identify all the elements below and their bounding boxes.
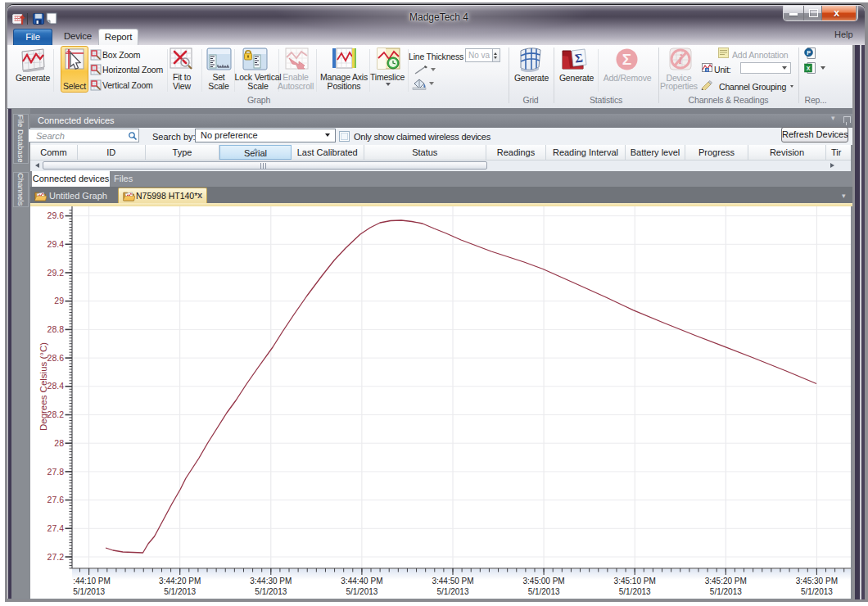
svg-text:5/1/2013: 5/1/2013: [346, 587, 377, 596]
svg-text:28.8: 28.8: [47, 324, 65, 334]
svg-text:5/1/2013: 5/1/2013: [619, 587, 651, 596]
svg-text:5/1/2013: 5/1/2013: [255, 587, 287, 596]
svg-text:5/1/2013: 5/1/2013: [528, 587, 560, 596]
svg-text:5/1/2013: 5/1/2013: [710, 587, 742, 596]
svg-text:3:44:50 PM: 3:44:50 PM: [432, 577, 473, 586]
svg-text:3:44:30 PM: 3:44:30 PM: [250, 577, 292, 586]
svg-text:27.6: 27.6: [47, 495, 65, 504]
svg-text:X: X: [807, 66, 811, 71]
svg-text:x: x: [706, 67, 708, 72]
svg-text:P: P: [807, 50, 811, 56]
svg-text:3:45:10 PM: 3:45:10 PM: [614, 577, 656, 586]
svg-text:3:44:40 PM: 3:44:40 PM: [341, 577, 382, 586]
svg-text:3:45:00 PM: 3:45:00 PM: [523, 577, 565, 586]
svg-text:29: 29: [54, 296, 64, 305]
svg-text:i: i: [679, 52, 683, 66]
svg-text:5/1/2013: 5/1/2013: [73, 587, 105, 596]
svg-text:28.4: 28.4: [47, 381, 65, 391]
svg-text:5/1/2013: 5/1/2013: [164, 587, 196, 596]
svg-text:27.2: 27.2: [47, 552, 65, 562]
svg-text:5/1/2013: 5/1/2013: [437, 587, 469, 596]
svg-text:3:45:20 PM: 3:45:20 PM: [705, 577, 747, 586]
svg-text:3:44:20 PM: 3:44:20 PM: [159, 577, 201, 586]
svg-text:29.4: 29.4: [47, 239, 65, 249]
svg-text:5/1/2013: 5/1/2013: [801, 587, 833, 596]
svg-text:Σ: Σ: [574, 52, 584, 66]
svg-text:29.6: 29.6: [47, 210, 65, 220]
svg-text:3:45:30 PM: 3:45:30 PM: [796, 577, 838, 586]
svg-text:28: 28: [54, 438, 64, 448]
svg-text:28.6: 28.6: [47, 353, 65, 363]
svg-text::44:10 PM: :44:10 PM: [73, 577, 111, 586]
svg-text:29.2: 29.2: [47, 268, 65, 278]
svg-text:28.2: 28.2: [47, 409, 65, 419]
svg-text:Σ: Σ: [622, 51, 631, 68]
svg-text:27.8: 27.8: [47, 467, 65, 477]
svg-text:Degrees Celsius (°C): Degrees Celsius (°C): [38, 342, 48, 431]
svg-text:27.4: 27.4: [47, 523, 65, 533]
